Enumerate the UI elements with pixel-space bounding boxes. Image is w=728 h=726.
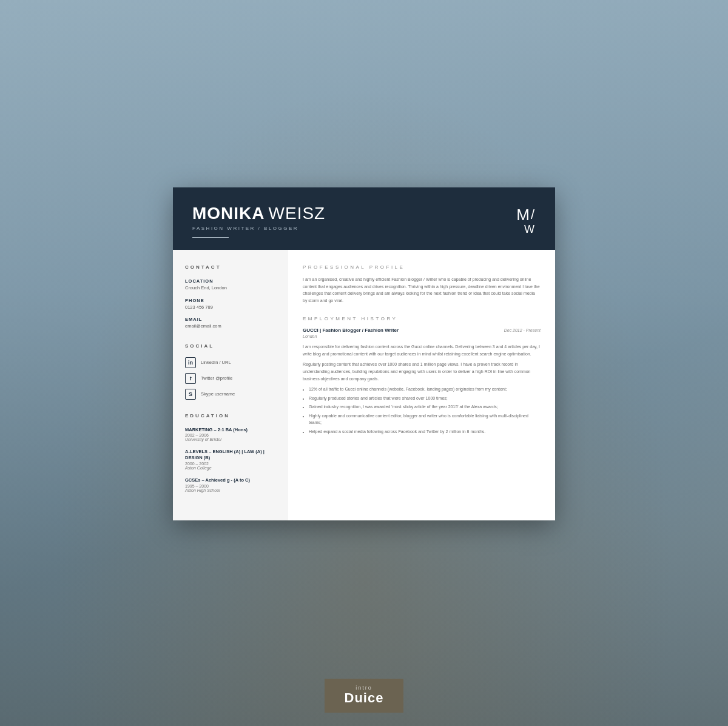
header-monogram: M/ W <box>516 204 536 235</box>
contact-section: CONTACT LOCATION Crouch End, London PHON… <box>185 264 276 330</box>
monogram-slash: / <box>531 207 536 222</box>
header-divider <box>192 237 229 238</box>
monogram-m: M <box>516 206 531 224</box>
social-item-skype[interactable]: S Skype username <box>185 389 276 400</box>
header-name: MONIKAWEISZ <box>192 204 325 223</box>
last-name: WEISZ <box>269 204 326 223</box>
employment-section: EMPLOYMENT HISTORY GUCCI | Fashion Blogg… <box>303 316 541 435</box>
edu-item-2: A-LEVELS – ENGLISH (A) | LAW (A) | DESIG… <box>185 449 276 470</box>
bullet-3: Gained industry recognition, I was award… <box>309 403 541 411</box>
bullet-4: Highly capable and communicative content… <box>309 412 541 426</box>
job-header-1: GUCCI | Fashion Blogger / Fashion Writer… <box>303 328 541 333</box>
edu-degree-2: A-LEVELS – ENGLISH (A) | LAW (A) | DESIG… <box>185 449 276 461</box>
contact-section-title: CONTACT <box>185 264 276 270</box>
edu-school-1: University of Bristol <box>185 437 276 442</box>
location-label: LOCATION <box>185 278 276 284</box>
branding-bar: intro Duice <box>325 679 403 713</box>
job-item-1: GUCCI | Fashion Blogger / Fashion Writer… <box>303 328 541 435</box>
location-value: Crouch End, London <box>185 285 276 292</box>
job-desc-1: I am responsible for delivering fashion … <box>303 343 541 357</box>
job-title-1: GUCCI | Fashion Blogger / Fashion Writer <box>303 328 399 333</box>
edu-school-3: Aston High School <box>185 488 276 492</box>
skype-icon: S <box>185 389 196 400</box>
phone-value: 0123 456 789 <box>185 304 276 311</box>
bullet-5: Helped expand a social media following a… <box>309 428 541 435</box>
bullet-2: Regularly produced stories and articles … <box>309 395 541 402</box>
main-content: PROFESSIONAL PROFILE I am an organised, … <box>288 250 555 520</box>
edu-school-2: Aston College <box>185 466 276 470</box>
resume-header: MONIKAWEISZ FASHION WRITER / BLOGGER M/ … <box>173 187 555 250</box>
social-section-title: SOCIAL <box>185 343 276 349</box>
education-section: EDUCATION MARKETING – 2:1 BA (Hons) 2002… <box>185 413 276 492</box>
edu-item-3: GCSEs – Achieved g - (A to C) 1995 – 200… <box>185 477 276 492</box>
job-dates-1: Dec 2012 - Present <box>504 328 541 332</box>
header-left: MONIKAWEISZ FASHION WRITER / BLOGGER <box>192 204 325 238</box>
email-value: email@email.com <box>185 323 276 330</box>
job-location-1: London <box>303 334 541 338</box>
resume-body: CONTACT LOCATION Crouch End, London PHON… <box>173 250 555 520</box>
linkedin-icon: in <box>185 357 196 368</box>
profile-text: I am an organised, creative and highly e… <box>303 276 541 304</box>
social-item-twitter[interactable]: t Twitter @profile <box>185 373 276 384</box>
profile-section: PROFESSIONAL PROFILE I am an organised, … <box>303 264 541 304</box>
resume-sidebar: CONTACT LOCATION Crouch End, London PHON… <box>173 250 288 520</box>
job-desc-2: Regularly posting content that achieves … <box>303 361 541 382</box>
edu-degree-1: MARKETING – 2:1 BA (Hons) <box>185 427 276 433</box>
profile-section-title: PROFESSIONAL PROFILE <box>303 264 541 270</box>
phone-label: PHONE <box>185 298 276 303</box>
resume-document: MONIKAWEISZ FASHION WRITER / BLOGGER M/ … <box>173 187 555 520</box>
education-section-title: EDUCATION <box>185 413 276 418</box>
first-name: MONIKA <box>192 204 265 223</box>
edu-year-1: 2002 – 2006 <box>185 433 276 437</box>
edu-year-2: 2000 – 2002 <box>185 462 276 466</box>
email-label: EMAIL <box>185 317 276 322</box>
social-item-linkedin[interactable]: in LinkedIn / URL <box>185 357 276 368</box>
linkedin-label: LinkedIn / URL <box>201 360 231 365</box>
social-section: SOCIAL in LinkedIn / URL t Twitter @prof… <box>185 343 276 400</box>
edu-degree-3: GCSEs – Achieved g - (A to C) <box>185 477 276 483</box>
header-title: FASHION WRITER / BLOGGER <box>192 226 325 231</box>
monogram-w: W <box>516 224 536 235</box>
twitter-label: Twitter @profile <box>201 375 232 381</box>
skype-label: Skype username <box>201 391 235 397</box>
branding-name: Duice <box>334 691 394 705</box>
twitter-icon: t <box>185 373 196 384</box>
edu-year-3: 1995 – 2000 <box>185 484 276 488</box>
edu-item-1: MARKETING – 2:1 BA (Hons) 2002 – 2006 Un… <box>185 427 276 442</box>
employment-section-title: EMPLOYMENT HISTORY <box>303 316 541 321</box>
bullet-1: 12% of all traffic to Gucci online chann… <box>309 386 541 393</box>
job-bullets-1: 12% of all traffic to Gucci online chann… <box>309 386 541 435</box>
